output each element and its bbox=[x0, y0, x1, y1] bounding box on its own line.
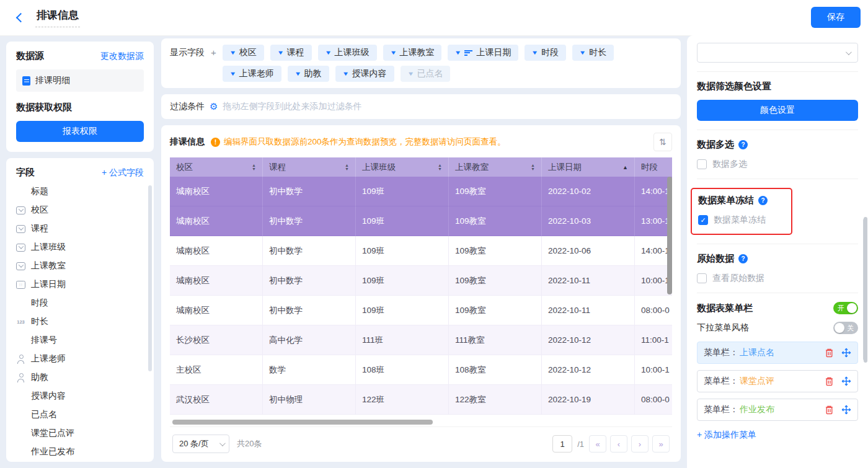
multi-select-checkbox-row[interactable]: 数据多选 bbox=[697, 159, 858, 170]
table-cell[interactable]: 2022-10-12 bbox=[542, 325, 635, 355]
table-cell[interactable]: 122教室 bbox=[449, 385, 542, 415]
table-header-cell[interactable]: 时段 bbox=[635, 157, 672, 177]
report-permission-button[interactable]: 报表权限 bbox=[16, 121, 144, 142]
table-cell[interactable]: 初中数学 bbox=[263, 236, 356, 266]
menu-freeze-checkbox[interactable]: ✓ bbox=[698, 215, 708, 225]
sort-both-icon[interactable]: ▲▼ bbox=[345, 164, 349, 170]
table-cell[interactable]: 10:00-1 bbox=[635, 355, 672, 385]
table-cell[interactable]: 2022-10-11 bbox=[542, 296, 635, 325]
component-select[interactable] bbox=[697, 43, 858, 63]
move-icon[interactable] bbox=[841, 405, 851, 415]
table-cell[interactable]: 109教室 bbox=[449, 177, 542, 206]
raw-data-checkbox-row[interactable]: 查看原始数据 bbox=[697, 273, 858, 284]
table-horizontal-scrollbar[interactable] bbox=[172, 420, 433, 425]
display-field-chip[interactable]: ▼ 上课班级 bbox=[318, 45, 377, 61]
menu-freeze-checkbox-row[interactable]: ✓ 数据菜单冻结 bbox=[698, 214, 782, 226]
change-datasource-link[interactable]: 更改数据源 bbox=[100, 51, 144, 62]
first-page-button[interactable]: « bbox=[589, 435, 606, 453]
table-cell[interactable]: 109教室 bbox=[449, 266, 542, 296]
table-cell[interactable]: 2022-10-02 bbox=[542, 177, 635, 206]
table-header-cell[interactable]: 上课班级 ▲▼ bbox=[356, 157, 449, 177]
table-cell[interactable]: 111教室 bbox=[449, 325, 542, 355]
prev-page-button[interactable]: ‹ bbox=[610, 435, 627, 453]
page-size-select[interactable]: 20 条/页 bbox=[172, 435, 229, 453]
display-field-chip[interactable]: ▼ 上课教室 bbox=[383, 45, 442, 61]
table-cell[interactable]: 长沙校区 bbox=[170, 325, 263, 355]
table-cell[interactable]: 109班 bbox=[356, 177, 449, 206]
display-field-chip[interactable]: ▼ 时长 bbox=[572, 45, 614, 61]
table-cell[interactable]: 10:00-1 bbox=[635, 266, 672, 296]
help-icon[interactable]: ? bbox=[738, 254, 748, 263]
table-cell[interactable]: 08:00-0 bbox=[635, 385, 672, 415]
sort-both-icon[interactable]: ▲▼ bbox=[252, 164, 256, 170]
table-cell[interactable]: 主校区 bbox=[170, 355, 263, 385]
table-cell[interactable]: 108教室 bbox=[449, 355, 542, 385]
table-row[interactable]: 武汉校区初中物理122班122教室2022-10-1908:00-0 bbox=[170, 385, 672, 415]
table-cell[interactable]: 13:00-1 bbox=[635, 206, 672, 236]
table-cell[interactable]: 2022-10-19 bbox=[542, 385, 635, 415]
field-list-item[interactable]: 课程 bbox=[16, 219, 146, 238]
field-list-item[interactable]: 排课号 bbox=[16, 331, 146, 350]
table-cell[interactable]: 14:00-1 bbox=[635, 177, 672, 206]
field-list-item[interactable]: 助教 bbox=[16, 368, 146, 387]
sort-order-button[interactable]: ⇅ bbox=[653, 133, 672, 151]
table-cell[interactable]: 初中数学 bbox=[263, 177, 356, 206]
display-field-chip[interactable]: ▼ 上课老师 bbox=[223, 66, 281, 82]
table-header-cell[interactable]: 校区 ▲▼ bbox=[170, 157, 263, 177]
table-row[interactable]: 城南校区初中数学109班109教室2022-10-1108:00-0 bbox=[170, 296, 672, 325]
field-list-item[interactable]: 时段 bbox=[16, 294, 146, 312]
field-list-item[interactable]: 课堂已点评 bbox=[16, 424, 146, 443]
menubar-item[interactable]: 菜单栏： 上课点名 bbox=[697, 342, 858, 364]
table-cell[interactable]: 城南校区 bbox=[170, 177, 263, 206]
table-row[interactable]: 城南校区初中数学109班109教室2022-10-0313:00-1 bbox=[170, 206, 672, 236]
table-row[interactable]: 城南校区初中数学109班109教室2022-10-1110:00-1 bbox=[170, 266, 672, 296]
trash-icon[interactable] bbox=[825, 405, 834, 415]
add-formula-field-link[interactable]: + 公式字段 bbox=[102, 167, 144, 179]
table-cell[interactable]: 14:00-1 bbox=[635, 236, 672, 266]
field-list-item[interactable]: 上课教室 bbox=[16, 257, 146, 275]
trash-icon[interactable] bbox=[825, 348, 834, 358]
help-icon[interactable]: ? bbox=[758, 196, 768, 205]
menubar-item[interactable]: 菜单栏： 课堂点评 bbox=[697, 370, 858, 392]
sort-both-icon[interactable]: ▲▼ bbox=[438, 164, 442, 170]
field-list-item[interactable]: 上课日期 bbox=[16, 275, 146, 294]
table-cell[interactable]: 初中数学 bbox=[263, 206, 356, 236]
table-cell[interactable]: 高中化学 bbox=[263, 325, 356, 355]
table-cell[interactable]: 2022-10-03 bbox=[542, 206, 635, 236]
table-header-cell[interactable]: 课程 ▲▼ bbox=[263, 157, 356, 177]
table-header-cell[interactable]: 上课日期 ▲ bbox=[542, 157, 635, 177]
table-cell[interactable]: 109教室 bbox=[449, 296, 542, 325]
table-cell[interactable]: 109班 bbox=[356, 266, 449, 296]
table-row[interactable]: 城南校区初中数学109班109教室2022-10-0614:00-1 bbox=[170, 236, 672, 266]
table-cell[interactable]: 109班 bbox=[356, 206, 449, 236]
table-cell[interactable]: 初中数学 bbox=[263, 296, 356, 325]
save-button[interactable]: 保存 bbox=[811, 7, 861, 28]
field-list-item[interactable]: 上课班级 bbox=[16, 238, 146, 257]
sort-both-icon[interactable]: ▲▼ bbox=[531, 164, 535, 170]
display-field-chip[interactable]: ▼ 授课内容 bbox=[335, 66, 394, 82]
display-field-chip[interactable]: ▼ 课程 bbox=[270, 45, 312, 61]
table-cell[interactable]: 初中数学 bbox=[263, 266, 356, 296]
last-page-button[interactable]: » bbox=[652, 435, 670, 453]
table-cell[interactable]: 08:00-0 bbox=[635, 296, 672, 325]
table-cell[interactable]: 城南校区 bbox=[170, 266, 263, 296]
color-setting-button[interactable]: 颜色设置 bbox=[697, 100, 858, 121]
field-list-item[interactable]: 已点名 bbox=[16, 405, 146, 424]
table-header-cell[interactable]: 上课教室 ▲▼ bbox=[449, 157, 542, 177]
table-cell[interactable]: 109班 bbox=[356, 296, 449, 325]
page-number-input[interactable]: 1 bbox=[552, 435, 572, 453]
gear-icon[interactable]: ⚙ bbox=[210, 101, 218, 112]
dropdown-style-toggle[interactable]: 关 bbox=[833, 322, 858, 334]
table-menubar-toggle[interactable]: 开 bbox=[833, 302, 858, 314]
table-cell[interactable]: 11:00-1 bbox=[635, 325, 672, 355]
table-cell[interactable]: 2022-10-12 bbox=[542, 355, 635, 385]
table-cell[interactable]: 城南校区 bbox=[170, 236, 263, 266]
datasource-item[interactable]: 排课明细 bbox=[16, 69, 144, 92]
table-cell[interactable]: 数学 bbox=[263, 355, 356, 385]
display-field-chip[interactable]: ▼ 助教 bbox=[288, 66, 329, 82]
raw-data-checkbox[interactable] bbox=[697, 273, 707, 283]
table-row[interactable]: 主校区数学108班108教室2022-10-1210:00-1 bbox=[170, 355, 672, 385]
table-cell[interactable]: 武汉校区 bbox=[170, 385, 263, 415]
table-vertical-scrollbar[interactable] bbox=[667, 177, 672, 294]
move-icon[interactable] bbox=[841, 376, 851, 386]
